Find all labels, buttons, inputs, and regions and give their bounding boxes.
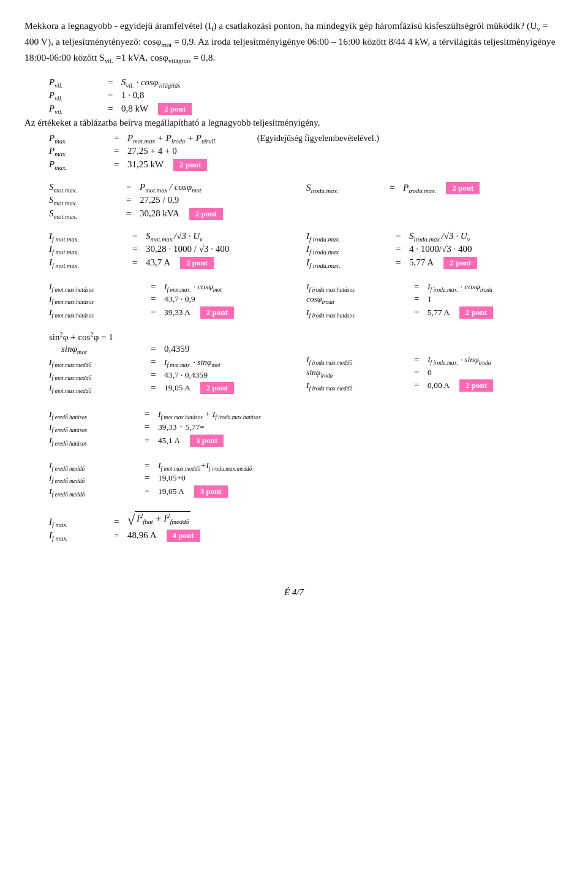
pmax-eq-sign3: =	[114, 159, 124, 170]
if-max-lhs1: If max.	[49, 517, 110, 528]
ifmot-hatasos-rhs2: 43,7 · 0,9	[164, 294, 195, 304]
intro-text: Mekkora a legnagyobb - egyidejű áramfelv…	[24, 20, 556, 63]
if-max-badge: 4 pont	[167, 530, 200, 542]
smot-siroda-section: Smot.max. = Pmot.max / cosφmot Smot.max.…	[24, 182, 564, 221]
page-number: É 4/7	[24, 587, 564, 598]
if-max-result: 48,96 A	[127, 530, 157, 541]
ifmot-meddo-lhs3: If mot.max.meddő	[49, 383, 147, 394]
ifmot-eq2: If mot.max. = 30,28 · 1000 / √3 · 400	[49, 244, 288, 256]
ifmot-meddo-lhs2: If mot.max.meddő	[49, 370, 147, 381]
ifiroda-meddo-result: 0,00 A	[428, 381, 450, 390]
pvil-lhs1: Pvil.	[49, 77, 104, 89]
siroda-eq1: Siroda.max. = Piroda.max. 2 pont	[306, 182, 564, 194]
ifiroda-meddo-badge: 2 pont	[459, 379, 493, 392]
if-eredo-hatasos-eq2: If eredő hatásos = 39,33 + 5,77=	[49, 422, 564, 433]
pmax-section: Pmax. = Pmot.max + Piroda + Ptérvil. (Eg…	[49, 133, 564, 171]
if-eredo-meddo-result: 19,05 A	[158, 487, 184, 496]
eq-sign1: =	[108, 77, 118, 88]
ifiroda-col: If iroda.max. = Siroda max./√3 · Uv If i…	[294, 231, 564, 270]
sin2-eq1: sin2φ + cos2φ = 1	[49, 331, 288, 343]
intro-paragraph: Mekkora a legnagyobb - egyidejű áramfelv…	[24, 18, 564, 66]
ifmot-rhs2: 30,28 · 1000 / √3 · 400	[146, 244, 229, 254]
eq-sign3: =	[108, 104, 118, 114]
ifmot-hatasos-result: 39,33 A	[164, 308, 190, 317]
ifmot-meddo-col: sin2φ + cos2φ = 1 sinφmot = 0,4359 If mo…	[24, 331, 294, 395]
ifiroda-meddo-col: If iroda.max.meddő = If iroda.max. · sin…	[294, 331, 564, 395]
meddo-section: sin2φ + cos2φ = 1 sinφmot = 0,4359 If mo…	[24, 331, 564, 395]
ifmot-hatasos-lhs1: If mot.max.hatásos	[49, 282, 147, 293]
ifmot-hatasos-rhs1: If mot.max. · cosφmot	[164, 282, 222, 293]
ifmot-hatasos-eq1: If mot.max.hatásos = If mot.max. · cosφm…	[49, 281, 288, 293]
if-max-rhs1: √I2fhat + I2fmeddő	[127, 511, 190, 527]
siroda-col: Siroda.max. = Piroda.max. 2 pont	[294, 182, 564, 221]
ifmot-meddo-result: 19,05 A	[164, 383, 190, 393]
if-max-eq2: If max. = 48,96 A 4 pont	[49, 530, 564, 542]
ifmot-eq3: If mot.max. = 43,7 A 2 pont	[49, 257, 288, 269]
if-eredo-hatasos-rhs1: If mot.max.hatásos + If iroda.max.hatáso…	[158, 409, 261, 420]
if-eredo-hatasos-badge: 3 pont	[190, 435, 224, 447]
pvil-lhs2: Pvil.	[49, 90, 104, 102]
sinmot-lhs: sinφmot	[49, 344, 147, 355]
ifmot-result: 43,7 A	[146, 257, 170, 268]
ifiroda-lhs2: If iroda.max.	[306, 244, 392, 256]
ifmot-hatasos-eq2: If mot.max.hatásos = 43,7 · 0,9	[49, 294, 288, 305]
if-eredo-meddo-eq2: If eredő meddő = 19,05+0	[49, 473, 564, 484]
pmax-lhs1: Pmax.	[49, 133, 110, 145]
if-eredo-meddo-lhs2: If eredő meddő	[49, 473, 141, 484]
pmax-eq2: Pmax. = 27,25 + 4 + 0	[49, 146, 564, 158]
ifmot-meddo-eq3: If mot.max.meddő = 19,05 A 2 pont	[49, 382, 288, 394]
ifiroda-meddo-lhs3: If iroda.max.meddő	[306, 381, 410, 392]
eq-sign2: =	[108, 90, 118, 101]
ifmot-lhs2: If mot.max.	[49, 244, 129, 256]
sinmot-rhs: 0,4359	[164, 344, 189, 354]
if-eredo-hatasos-eq1: If eredő hatásos = If mot.max.hatásos + …	[49, 409, 564, 420]
if-max-eq1: If max. = √I2fhat + I2fmeddő	[49, 511, 564, 528]
pmax-lhs2: Pmax.	[49, 146, 110, 158]
if-eredo-hatasos-result: 45,1 A	[158, 436, 180, 446]
smot-result: 30,28 kVA	[140, 208, 179, 219]
ifiroda-meddo-eq2: sinφiroda = 0	[306, 367, 564, 379]
ifmot-hatasos-eq3: If mot.max.hatásos = 39,33 A 2 pont	[49, 306, 288, 319]
pvil-eq2: Pvil. = 1 · 0,8	[49, 90, 564, 102]
ifiroda-eq2: If iroda.max. = 4 · 1000/√3 · 400	[306, 244, 564, 256]
smot-rhs2: 27,25 / 0,9	[140, 195, 179, 205]
ifmot-meddo-eq1: If mot.max.meddő = If mot.max. · sinφmot	[49, 357, 288, 368]
ifmot-hatasos-col: If mot.max.hatásos = If mot.max. · cosφm…	[24, 281, 294, 320]
smot-col: Smot.max. = Pmot.max / cosφmot Smot.max.…	[24, 182, 294, 221]
smot-eq3: Smot.max. = 30,28 kVA 2 pont	[49, 208, 288, 220]
smot-lhs1: Smot.max.	[49, 182, 123, 194]
sin2-expr: sin2φ + cos2φ = 1	[49, 331, 147, 343]
ifmot-ifiroda-section: If mot.max. = Smot.max./√3 · Uv If mot.m…	[24, 231, 564, 270]
ifmot-meddo-eq2: If mot.max.meddő = 43,7 · 0,4359	[49, 370, 288, 381]
ifiroda-hatasos-col: If iroda.max.hatásos = If iroda.max. · c…	[294, 281, 564, 320]
if-eredo-hatasos-section: If eredő hatásos = If mot.max.hatásos + …	[49, 409, 564, 446]
ifmot-hatasos-lhs2: If mot.max.hatásos	[49, 294, 147, 305]
ifmot-eq1: If mot.max. = Smot.max./√3 · Uv	[49, 231, 288, 243]
pvil-rhs2: 1 · 0,8	[121, 90, 145, 101]
ifiroda-eq3: If iroda.max. = 5,77 A 2 pont	[306, 257, 564, 269]
pmax-lhs3: Pmax.	[49, 159, 110, 171]
pvil-badge: 2 pont	[158, 103, 192, 115]
pmax-badge: 2 pont	[173, 159, 207, 171]
siroda-rhs1: Piroda.max.	[403, 183, 436, 194]
if-eredo-hatasos-lhs3: If eredő hatásos	[49, 436, 141, 447]
pvil-rhs1: Svil. · cosφvilágítás	[121, 77, 180, 89]
pmax-eq-sign1: =	[114, 133, 124, 143]
if-eredo-meddo-eq3: If eredő meddő = 19,05 A 3 pont	[49, 485, 564, 498]
smot-eq2: Smot.max. = 27,25 / 0,9	[49, 195, 288, 207]
page-container: Mekkora a legnagyobb - egyidejű áramfelv…	[24, 18, 564, 598]
smot-badge: 2 pont	[189, 208, 223, 220]
ifmot-meddo-badge: 2 pont	[200, 382, 234, 394]
pvil-result: 0,8 kW	[121, 104, 148, 114]
pvil-eq1: Pvil. = Svil. · cosφvilágítás	[49, 77, 564, 89]
ifiroda-hatasos-badge: 2 pont	[459, 306, 493, 319]
if-max-lhs2: If max.	[49, 530, 110, 542]
ifmot-lhs1: If mot.max.	[49, 231, 129, 243]
ifmot-hatasos-lhs3: If mot.max.hatásos	[49, 308, 147, 319]
if-eredo-hatasos-lhs1: If eredő hatásos	[49, 409, 141, 420]
ifmot-hatasos-badge: 2 pont	[200, 306, 234, 319]
ifmot-meddo-lhs1: If mot.max.meddő	[49, 357, 147, 368]
pmax-eq-sign2: =	[114, 146, 124, 156]
if-max-section: If max. = √I2fhat + I2fmeddő If max. = 4…	[49, 511, 564, 542]
smot-lhs3: Smot.max.	[49, 208, 123, 220]
